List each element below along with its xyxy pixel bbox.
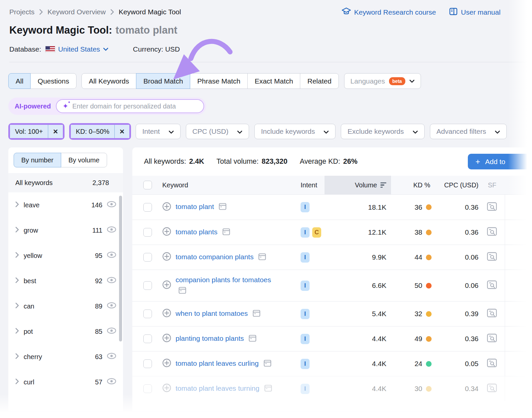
eye-icon[interactable] [107,226,116,234]
row-checkbox[interactable] [143,281,152,290]
row-checkbox[interactable] [143,359,152,368]
intent-badge-i[interactable]: I [301,309,310,319]
keyword-group-best[interactable]: best92 [8,268,123,294]
intent-badge-i[interactable]: I [301,334,310,344]
row-checkbox[interactable] [143,203,152,212]
keyword-group-leave[interactable]: leave146 [8,192,123,218]
intent-badge-i[interactable]: I [301,359,310,369]
keyword-research-course-link[interactable]: Keyword Research course [342,7,436,17]
eye-icon[interactable] [107,252,116,260]
serp-preview-icon[interactable] [487,309,497,319]
select-all-checkbox[interactable] [143,181,152,189]
serp-card-icon[interactable] [258,253,266,263]
add-keyword-icon[interactable] [162,309,171,319]
column-header-intent[interactable]: Intent [293,181,325,189]
serp-card-icon[interactable] [179,286,186,297]
intent-badge-i[interactable]: I [301,227,310,238]
toggle-by-volume[interactable]: By volume [61,153,107,167]
row-checkbox[interactable] [143,310,152,318]
eye-icon[interactable] [107,277,116,285]
keyword-link[interactable]: companion plants for tomatoes [176,275,275,297]
keyword-group-curl[interactable]: curl57 [8,369,123,395]
serp-card-icon[interactable] [219,202,226,213]
serp-preview-icon[interactable] [487,252,497,263]
filter-dropdown-advanced-filters[interactable]: Advanced filters [430,124,507,139]
eye-icon[interactable] [107,353,116,361]
keyword-group-grow[interactable]: grow111 [8,218,123,243]
row-checkbox[interactable] [143,384,152,393]
column-header-kd[interactable]: KD % [391,181,434,189]
serp-preview-icon[interactable] [487,333,497,344]
keyword-link[interactable]: when to plant tomatoes [176,308,260,320]
serp-preview-icon[interactable] [487,358,497,369]
breadcrumb-item-projects[interactable]: Projects [9,8,35,16]
remove-filter-icon[interactable]: ✕ [48,125,63,138]
keyword-group-cherry[interactable]: cherry63 [8,344,123,369]
keyword-group-yellow[interactable]: yellow95 [8,243,123,268]
tab-related[interactable]: Related [300,73,338,89]
row-checkbox[interactable] [143,334,152,343]
keyword-link[interactable]: tomato plant leaves turning [176,383,272,395]
serp-card-icon[interactable] [249,334,256,345]
keyword-group-can[interactable]: can89 [8,294,123,319]
languages-dropdown[interactable]: Languages beta [344,73,421,89]
sidebar-scrollbar[interactable] [119,196,122,341]
column-header-sf[interactable]: SF [479,181,505,189]
tab-phrase-match[interactable]: Phrase Match [190,73,248,89]
filter-dropdown-intent[interactable]: Intent [136,124,181,139]
filter-chip-kd-0-50[interactable]: KD: 0–50%✕ [71,125,129,138]
serp-preview-icon[interactable] [487,383,497,394]
eye-icon[interactable] [107,201,116,209]
serp-preview-icon[interactable] [487,202,497,213]
keyword-link[interactable]: tomato plants [176,227,230,238]
eye-icon[interactable] [107,378,116,386]
all-keywords-group[interactable]: All keywords 2,378 [8,173,123,192]
tab-all-keywords[interactable]: All Keywords [81,73,136,89]
remove-filter-icon[interactable]: ✕ [115,125,129,138]
tab-broad-match[interactable]: Broad Match [136,73,190,89]
column-header-keyword[interactable]: Keyword [153,181,293,189]
tab-exact-match[interactable]: Exact Match [247,73,301,89]
domain-input[interactable]: ✦✦ Enter domain for personalized data [56,99,204,113]
keyword-link[interactable]: planting tomato plants [176,333,256,345]
row-checkbox[interactable] [143,253,152,262]
add-keyword-icon[interactable] [162,280,171,291]
add-keyword-icon[interactable] [162,252,171,263]
serp-preview-icon[interactable] [487,280,497,291]
database-selector[interactable]: United States [58,45,108,53]
serp-card-icon[interactable] [253,309,260,320]
intent-badge-i[interactable]: I [301,252,310,263]
filter-chip-vol-100[interactable]: Vol: 100+✕ [10,125,63,138]
keyword-group-pot[interactable]: pot85 [8,319,123,344]
serp-preview-icon[interactable] [487,227,497,238]
filter-dropdown-exclude-keywords[interactable]: Exclude keywords [341,124,424,139]
add-keyword-icon[interactable] [162,333,171,344]
row-checkbox[interactable] [143,228,152,237]
intent-badge-i[interactable]: I [301,202,310,212]
eye-icon[interactable] [107,302,116,310]
serp-card-icon[interactable] [264,359,271,370]
column-header-volume[interactable]: Volume [325,176,391,194]
user-manual-link[interactable]: User manual [449,7,500,17]
serp-card-icon[interactable] [222,228,230,238]
add-keyword-icon[interactable] [162,383,171,394]
eye-icon[interactable] [107,327,116,335]
add-keyword-icon[interactable] [162,202,171,213]
serp-card-icon[interactable] [264,384,272,395]
filter-dropdown-cpc-usd[interactable]: CPC (USD) [186,124,249,139]
intent-badge-i[interactable]: I [301,281,310,291]
intent-badge-i[interactable]: I [301,384,310,394]
tab-all[interactable]: All [8,73,31,89]
add-keyword-icon[interactable] [162,358,171,369]
keyword-link[interactable]: tomato plant leaves curling [176,358,271,370]
add-keyword-icon[interactable] [162,227,171,238]
breadcrumb-item-keyword-overview[interactable]: Keyword Overview [48,8,106,16]
tab-questions[interactable]: Questions [30,73,76,89]
column-header-cpc[interactable]: CPC (USD) [434,181,479,189]
keyword-link[interactable]: tomato companion plants [176,252,266,263]
intent-badge-c[interactable]: C [312,227,321,238]
filter-dropdown-include-keywords[interactable]: Include keywords [254,124,335,139]
keyword-link[interactable]: tomato plant [176,201,226,213]
add-to-list-button[interactable]: + Add to [468,154,532,169]
toggle-by-number[interactable]: By number [14,153,61,167]
